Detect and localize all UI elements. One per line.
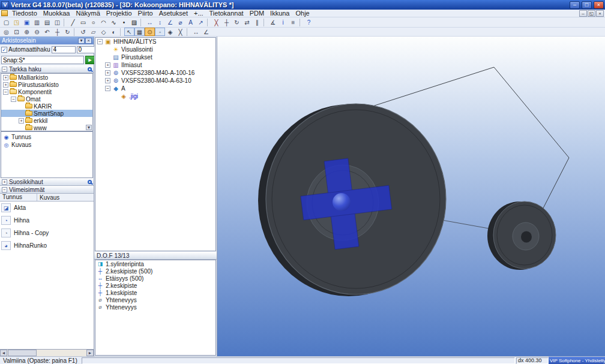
section-suosikkihaut[interactable]: + Suosikkihaut [0, 178, 94, 186]
dof-constraint-item[interactable]: ┼ 1.keskipiste [95, 289, 215, 296]
origin-sphere[interactable] [333, 193, 351, 211]
panel-menu-icon[interactable]: ▾ [78, 38, 85, 44]
large-pulley[interactable] [258, 104, 446, 296]
collapse-icon[interactable]: − [2, 187, 7, 192]
line-tool-icon[interactable]: ╱ [68, 18, 78, 26]
zoom-in-icon[interactable]: ⊕ [22, 28, 32, 36]
model-tree-item[interactable]: ☀ Visualisointi [95, 46, 215, 53]
expander-icon[interactable]: − [3, 89, 8, 95]
menu-ohje[interactable]: Ohje [293, 10, 313, 17]
dim-vertical-icon[interactable]: ↕ [155, 18, 165, 26]
results-column-kuvaus[interactable]: Kuvaus [37, 194, 94, 201]
horizontal-scrollbar[interactable]: ◄ ► [0, 349, 94, 356]
dim-diameter-icon[interactable]: ⌀ [175, 18, 185, 26]
view-front-icon[interactable]: ▱ [88, 28, 98, 36]
rectangle-tool-icon[interactable]: ▭ [78, 18, 88, 26]
model-tree-item[interactable]: ◈ .jigi [95, 92, 215, 100]
panel-close-icon[interactable]: × [85, 38, 92, 44]
print-preview-icon[interactable]: ◫ [52, 18, 62, 26]
expander-icon[interactable]: + [105, 70, 110, 76]
text-tool-icon[interactable]: A [185, 18, 196, 26]
expander-icon[interactable]: + [105, 78, 110, 83]
redraw-icon[interactable]: ↻ [62, 28, 73, 36]
menu-nakyma[interactable]: Näkymä [73, 10, 103, 17]
collapse-icon[interactable]: + [2, 179, 7, 185]
component-library-icon[interactable]: ▥ [32, 18, 42, 26]
erase-tool-icon[interactable]: ╳ [211, 18, 221, 26]
menu-muokkaa[interactable]: Muokkaa [40, 10, 73, 17]
expander-icon[interactable]: − [97, 39, 103, 44]
menu-tiedosto[interactable]: Tiedosto [9, 10, 40, 17]
mirror-tool-icon[interactable]: ⇄ [242, 18, 252, 26]
menu-plus[interactable]: +... [191, 10, 206, 17]
arc-tool-icon[interactable]: ◠ [98, 18, 109, 26]
result-row[interactable]: ◪ Akta [0, 201, 94, 214]
menu-ikkuna[interactable]: Ikkuna [267, 10, 292, 17]
dof-constraint-item[interactable]: ⌀ Yhtenevyys [95, 303, 215, 311]
document-icon[interactable] [1, 10, 8, 16]
viewport-3d[interactable] [217, 37, 605, 356]
result-row[interactable]: ◕ HihnaRunko [0, 239, 94, 252]
filter-row[interactable]: ◉ Tunnus [1, 133, 92, 141]
save-icon[interactable]: ▣ [22, 18, 32, 26]
expander-icon[interactable]: − [105, 86, 110, 91]
snap-endpoint-icon[interactable]: ◦ [155, 28, 165, 36]
snap-midpoint-icon[interactable]: ◈ [165, 28, 175, 36]
menu-tietokannat[interactable]: Tietokannat [206, 10, 247, 17]
new-document-icon[interactable]: ▢ [1, 18, 11, 26]
filter-row[interactable]: ◎ Kuvaus [1, 141, 92, 149]
scroll-right-icon[interactable]: ► [86, 350, 94, 356]
view-iso-icon[interactable]: ◇ [98, 28, 109, 36]
print-icon[interactable]: ▤ [42, 18, 52, 26]
measure-distance-icon[interactable]: ↔ [191, 28, 201, 36]
model-tree-item[interactable]: ▤ Piirustukset [95, 53, 215, 61]
spline-tool-icon[interactable]: ∿ [109, 18, 119, 26]
hatch-tool-icon[interactable]: ▨ [129, 18, 139, 26]
tree-item[interactable]: + Piirustusarkisto [1, 81, 92, 88]
minimize-button[interactable]: – [570, 1, 580, 9]
result-row[interactable]: ◔ Hihna - Copy [0, 227, 94, 239]
leader-tool-icon[interactable]: ↗ [196, 18, 206, 26]
zoom-out-icon[interactable]: ⊖ [32, 28, 42, 36]
snap-center-icon[interactable]: ⊙ [145, 28, 155, 36]
zoom-window-icon[interactable]: ⊡ [11, 28, 22, 36]
dof-constraint-item[interactable]: ◨ 1.sylinteripinta [95, 260, 215, 267]
search-icon[interactable] [88, 180, 92, 184]
dof-constraint-item[interactable]: ↔ Etäisyys (500) [95, 275, 215, 282]
search-input[interactable] [1, 56, 84, 64]
rotate-tool-icon[interactable]: ↻ [232, 18, 242, 26]
tree-item[interactable]: www [1, 124, 92, 131]
close-button[interactable]: × [594, 1, 604, 9]
dof-constraint-item[interactable]: ┼ 2.keskipiste (500) [95, 267, 215, 275]
scroll-down-icon[interactable]: ▼ [86, 125, 92, 130]
select-icon[interactable]: ↖ [124, 28, 134, 36]
dim-linear-icon[interactable]: ↔ [145, 18, 155, 26]
mdi-restore-button[interactable]: ◱ [588, 10, 595, 17]
dof-constraint-item[interactable]: ⌀ Yhtenevyys [95, 296, 215, 303]
results-column-tunnus[interactable]: Tunnus [0, 194, 37, 201]
info-icon[interactable]: i [278, 18, 288, 26]
menu-projektio[interactable]: Projektio [103, 10, 135, 17]
scroll-left-icon[interactable]: ◄ [0, 350, 7, 356]
model-tree-item[interactable]: + ▥ Ilmiasut [95, 61, 215, 69]
dim-angle-icon[interactable]: ∠ [165, 18, 175, 26]
point-tool-icon[interactable]: • [119, 18, 129, 26]
model-tree-item[interactable]: − ◆ A [95, 85, 215, 92]
model-tree-item[interactable]: − ▣ HIHNAVÄLITYS [95, 38, 215, 46]
zoom-extents-icon[interactable]: ◎ [1, 28, 11, 36]
collapse-icon[interactable]: − [2, 67, 7, 72]
3d-scene[interactable] [217, 37, 605, 356]
autosearch-checkbox[interactable]: ✓ [1, 47, 7, 53]
shading-icon[interactable]: ◐ [109, 28, 119, 36]
autosearch-count-field[interactable] [52, 46, 76, 53]
zoom-previous-icon[interactable]: ↶ [42, 28, 52, 36]
tree-item[interactable]: − Komponentit [1, 88, 92, 95]
search-icon[interactable] [88, 67, 92, 71]
section-tarkka-haku[interactable]: − Tarkka haku [0, 65, 94, 73]
tree-item[interactable]: + Malliarkisto [1, 74, 92, 81]
mdi-close-button[interactable]: × [596, 10, 604, 17]
menu-asetukset[interactable]: Asetukset [156, 10, 191, 17]
expander-icon[interactable]: − [11, 97, 16, 102]
constraint-icon[interactable]: ∠ [201, 28, 211, 36]
tree-item[interactable]: SmartSnap [1, 110, 92, 117]
